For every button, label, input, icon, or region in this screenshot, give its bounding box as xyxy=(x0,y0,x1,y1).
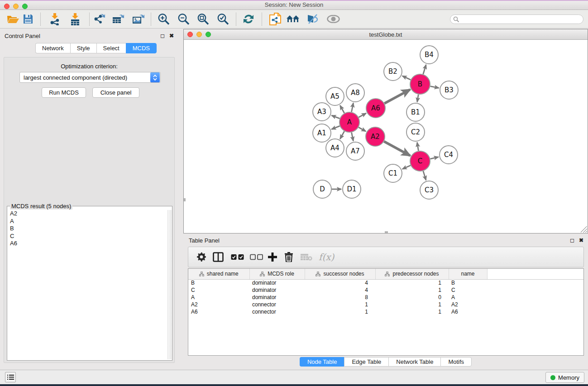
selected-option: largest connected component (directed) xyxy=(20,74,150,81)
result-list-scrollbar[interactable] xyxy=(167,210,172,359)
graph-edge-A-A7[interactable] xyxy=(352,133,354,141)
graph-node-label-A3: A3 xyxy=(317,108,326,116)
select-all-rows-icon[interactable] xyxy=(231,254,244,260)
graph-edge-A-A3[interactable] xyxy=(332,115,340,119)
minimize-network-button[interactable] xyxy=(196,32,202,37)
graph-edge-A-A6[interactable] xyxy=(359,113,366,117)
zoom-selected-icon[interactable] xyxy=(217,13,229,25)
table-row[interactable]: Adominator80A xyxy=(188,294,583,301)
graph-node-label-A7: A7 xyxy=(351,147,360,155)
graph-edge-C-C4[interactable] xyxy=(430,157,438,159)
save-session-icon[interactable] xyxy=(23,14,33,24)
zoom-network-button[interactable] xyxy=(206,32,211,37)
clone-network-icon[interactable] xyxy=(269,12,282,26)
tab-network[interactable]: Network xyxy=(35,43,70,53)
graph-edge-A-A8[interactable] xyxy=(352,103,354,112)
mcds-tab-content: Optimization criterion: largest connecte… xyxy=(4,57,175,363)
delete-column-trash-icon[interactable] xyxy=(284,252,293,262)
graph-node-label-D: D xyxy=(320,185,325,193)
show-columns-icon[interactable] xyxy=(213,252,224,262)
close-panel-button[interactable]: Close panel xyxy=(92,87,139,98)
graph-edge-A-A1[interactable] xyxy=(331,126,339,129)
run-mcds-button[interactable]: Run MCDS xyxy=(42,87,86,98)
zoom-out-icon[interactable] xyxy=(177,13,190,25)
tab-mcds[interactable]: MCDS xyxy=(126,43,157,53)
result-list-item[interactable]: A xyxy=(8,218,168,225)
graph-edge-A2-C[interactable] xyxy=(384,142,410,156)
deselect-all-rows-icon[interactable] xyxy=(250,254,263,260)
network-canvas[interactable]: B4B2BB3A5A8A6A3B1AA1C2A2A4A7C4CC1DD1C3 xyxy=(184,40,588,233)
close-window-button[interactable] xyxy=(4,4,10,9)
show-panel-eye-icon[interactable] xyxy=(327,15,340,23)
graph-edge-C-C2[interactable] xyxy=(417,143,419,151)
graph-edge-B-B2[interactable] xyxy=(402,76,411,80)
column-header-predecessor-nodes[interactable]: predecessor nodes xyxy=(375,269,449,279)
optimization-criterion-select[interactable]: largest connected component (directed) xyxy=(19,72,161,83)
zoom-fit-icon[interactable] xyxy=(197,13,209,25)
graph-edge-C-C3[interactable] xyxy=(423,171,426,180)
tab-node-table[interactable]: Node Table xyxy=(300,357,344,367)
graph-edge-B-B4[interactable] xyxy=(423,65,426,74)
table-row[interactable]: A6connector11A6 xyxy=(188,308,583,315)
search-field[interactable] xyxy=(450,14,583,24)
export-network-icon[interactable] xyxy=(93,13,105,25)
result-list-item[interactable]: C xyxy=(8,233,168,240)
column-header-name[interactable]: name xyxy=(449,269,487,279)
graph-edge-C-C1[interactable] xyxy=(402,165,411,169)
graph-edge-A-A4[interactable] xyxy=(340,131,344,139)
close-table-panel-icon[interactable]: ✖ xyxy=(579,237,583,243)
column-header-mcds-role[interactable]: MCDS role xyxy=(249,269,305,279)
graph-edge-A6-B[interactable] xyxy=(384,90,410,104)
table-options-gear-icon[interactable] xyxy=(196,253,206,262)
result-list-item[interactable]: A2 xyxy=(8,210,168,218)
graph-edge-A-A5[interactable] xyxy=(340,105,344,113)
mcds-result-box: MCDS result (5 nodes) A2ABCA6 xyxy=(7,206,172,361)
add-column-icon[interactable] xyxy=(268,253,277,262)
close-panel-icon[interactable]: ✖ xyxy=(169,33,174,39)
minimize-window-button[interactable] xyxy=(13,4,19,9)
float-table-panel-icon[interactable]: ◻ xyxy=(570,237,574,243)
column-header-successor-nodes[interactable]: successor nodes xyxy=(305,269,375,279)
home-layout-icon[interactable] xyxy=(286,14,300,24)
tab-select[interactable]: Select xyxy=(96,43,126,53)
tab-network-table[interactable]: Network Table xyxy=(388,357,440,367)
desktop-background-strip xyxy=(0,384,588,386)
graph-edge-B-B3[interactable] xyxy=(430,86,439,88)
zoom-in-icon[interactable] xyxy=(158,13,170,25)
main-toolbar xyxy=(0,10,588,29)
result-list-item[interactable]: B xyxy=(8,225,168,233)
tab-motifs[interactable]: Motifs xyxy=(440,357,472,367)
open-file-icon[interactable] xyxy=(7,14,19,24)
table-row[interactable]: Cdominator41C xyxy=(188,286,583,294)
graph-node-label-C4: C4 xyxy=(444,151,453,159)
close-network-button[interactable] xyxy=(187,32,193,37)
result-list-item[interactable]: A6 xyxy=(8,240,168,248)
mcds-result-list[interactable]: A2ABCA6 xyxy=(8,210,168,359)
import-table-icon[interactable] xyxy=(69,13,81,25)
task-history-button[interactable] xyxy=(5,372,16,382)
export-image-icon[interactable] xyxy=(132,13,145,25)
status-bar: Memory xyxy=(0,370,588,384)
memory-button[interactable]: Memory xyxy=(545,372,584,383)
refresh-icon[interactable] xyxy=(243,13,254,25)
graph-node-label-D1: D1 xyxy=(347,185,356,193)
export-table-icon[interactable] xyxy=(112,13,124,25)
table-row[interactable]: Bdominator41B xyxy=(188,279,583,286)
window-resize-grip[interactable] xyxy=(581,226,587,233)
network-window-titlebar[interactable]: testGlobe.txt xyxy=(184,29,588,40)
search-input[interactable] xyxy=(459,16,583,23)
canvas-scroll-indicator xyxy=(184,198,186,201)
graph-edge-A-A2[interactable] xyxy=(359,127,366,131)
zoom-window-button[interactable] xyxy=(22,4,28,9)
node-table[interactable]: shared name MCDS role successor nodes pr… xyxy=(188,268,584,356)
import-network-icon[interactable] xyxy=(48,13,61,25)
tab-style[interactable]: Style xyxy=(70,43,96,53)
hide-panel-icon[interactable] xyxy=(306,14,319,24)
graph-node-label-C: C xyxy=(418,157,422,165)
table-row[interactable]: A2connector11A2 xyxy=(188,301,583,308)
float-panel-icon[interactable]: ◻ xyxy=(160,33,165,39)
column-header-shared-name[interactable]: shared name xyxy=(188,269,249,279)
tab-edge-table[interactable]: Edge Table xyxy=(344,357,388,367)
graph-node-label-C3: C3 xyxy=(425,186,434,194)
graph-edge-B-B1[interactable] xyxy=(417,95,419,102)
